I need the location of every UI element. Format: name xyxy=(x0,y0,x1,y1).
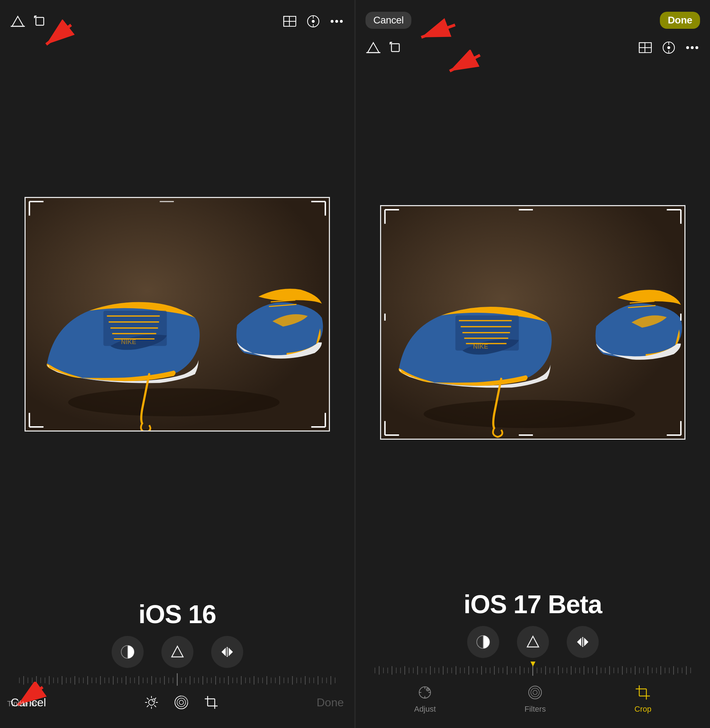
tab-adjust[interactable]: Adjust xyxy=(414,685,436,714)
svg-rect-132 xyxy=(392,44,399,51)
ios17-toolbar-right xyxy=(638,40,700,56)
ios16-label-section: iOS 16 xyxy=(0,593,355,632)
grid-icon[interactable] xyxy=(282,13,298,29)
svg-marker-0 xyxy=(12,16,23,26)
tab-filters-label: Filters xyxy=(524,705,546,714)
ios17-rotate-icon[interactable] xyxy=(387,40,403,56)
svg-point-144 xyxy=(695,46,698,49)
compass-icon[interactable] xyxy=(305,13,321,29)
svg-point-139 xyxy=(668,47,670,49)
ios16-filters-icon[interactable] xyxy=(173,694,189,710)
tab-filters[interactable]: Filters xyxy=(524,685,546,714)
ios17-round-buttons xyxy=(355,623,710,662)
ios17-done-btn[interactable]: Done xyxy=(660,12,700,29)
triangle-btn[interactable] xyxy=(161,636,194,668)
svg-point-120 xyxy=(152,699,155,702)
ruler-ticks: // Will be rendered via inline method //… xyxy=(7,673,348,687)
svg-point-142 xyxy=(686,46,689,49)
ios16-os-label: iOS 16 xyxy=(0,600,355,629)
ios17-top-bar: Cancel Done xyxy=(355,0,710,34)
svg-line-116 xyxy=(147,698,149,700)
svg-point-122 xyxy=(177,698,186,707)
mountain-icon[interactable] xyxy=(10,13,26,29)
svg-point-245 xyxy=(533,690,537,694)
svg-point-123 xyxy=(179,700,183,705)
ios16-crop-icon[interactable] xyxy=(203,694,219,710)
svg-point-14 xyxy=(331,20,333,23)
ios17-os-label: iOS 17 Beta xyxy=(355,590,710,619)
ios17-flip-btn[interactable] xyxy=(567,626,599,658)
ios17-toolbar-left xyxy=(365,40,403,56)
ios17-panel: Cancel Done xyxy=(355,0,710,728)
ios17-done-area: Done xyxy=(660,12,700,29)
ios16-tool-icons xyxy=(144,694,219,710)
ios17-cancel-btn[interactable]: Cancel xyxy=(365,12,411,29)
ios17-image-area: NIKE xyxy=(355,62,710,583)
svg-line-129 xyxy=(421,25,455,37)
ios17-more-icon[interactable] xyxy=(684,40,700,56)
ios16-slider[interactable]: // Will be rendered via inline method //… xyxy=(0,671,355,689)
svg-marker-130 xyxy=(368,42,379,53)
svg-point-242 xyxy=(426,688,429,691)
ios17-triangle-btn[interactable] xyxy=(517,626,549,658)
toolbar-right-icons xyxy=(282,13,345,29)
svg-marker-32 xyxy=(172,646,183,657)
svg-point-16 xyxy=(340,20,343,23)
ios16-bottom-bar: Cancel xyxy=(0,689,355,728)
svg-point-146 xyxy=(424,400,635,428)
svg-point-15 xyxy=(335,20,338,23)
ios16-panel: NIKE xyxy=(0,0,355,728)
ios16-toolbar xyxy=(0,0,355,35)
ios17-image-frame: NIKE xyxy=(380,205,686,440)
ios17-label-section: iOS 17 Beta xyxy=(355,583,710,623)
ios17-circle-half-btn[interactable] xyxy=(467,626,499,658)
ios16-round-buttons xyxy=(0,632,355,671)
svg-point-244 xyxy=(531,688,539,697)
sneaker-image: NIKE xyxy=(26,198,329,431)
svg-line-6 xyxy=(46,25,71,44)
red-arrow-1 xyxy=(35,19,78,57)
ios16-adjust-icon[interactable] xyxy=(144,694,159,710)
svg-line-119 xyxy=(147,705,149,707)
sneaker-image-17: NIKE xyxy=(381,206,685,439)
watermark-left: Tinhte.vn xyxy=(7,699,39,709)
svg-point-143 xyxy=(691,46,694,49)
svg-marker-161 xyxy=(531,662,535,666)
ios17-grid-icon[interactable] xyxy=(638,40,653,56)
ios16-done-btn: Done xyxy=(317,696,344,709)
red-arrow-3 xyxy=(416,18,462,51)
filters-icon xyxy=(527,685,543,702)
ios17-compass-icon[interactable] xyxy=(661,40,676,56)
svg-point-19 xyxy=(68,388,279,416)
circle-half-btn[interactable] xyxy=(111,636,144,668)
red-arrow-4 xyxy=(444,50,487,80)
svg-line-134 xyxy=(450,55,480,71)
ios17-slider-marker xyxy=(531,662,535,668)
ios17-slider[interactable] xyxy=(355,662,710,679)
tab-crop-label: Crop xyxy=(635,705,652,714)
ios17-toolbar2 xyxy=(355,34,710,62)
tab-adjust-label: Adjust xyxy=(414,705,436,714)
ios17-mountain-icon[interactable] xyxy=(365,40,381,56)
svg-point-11 xyxy=(312,20,314,22)
tab-crop[interactable]: Crop xyxy=(635,685,652,714)
ios16-image-area: NIKE xyxy=(0,35,355,593)
flip-btn[interactable] xyxy=(211,636,243,668)
more-icon[interactable] xyxy=(329,13,345,29)
crop-icon xyxy=(635,685,651,702)
svg-marker-159 xyxy=(527,636,538,647)
adjust-icon xyxy=(417,685,433,702)
ios17-bottom-tabs: Adjust Filters Crop xyxy=(355,679,710,728)
ios16-image-frame: NIKE xyxy=(25,197,330,432)
svg-line-117 xyxy=(154,705,156,707)
